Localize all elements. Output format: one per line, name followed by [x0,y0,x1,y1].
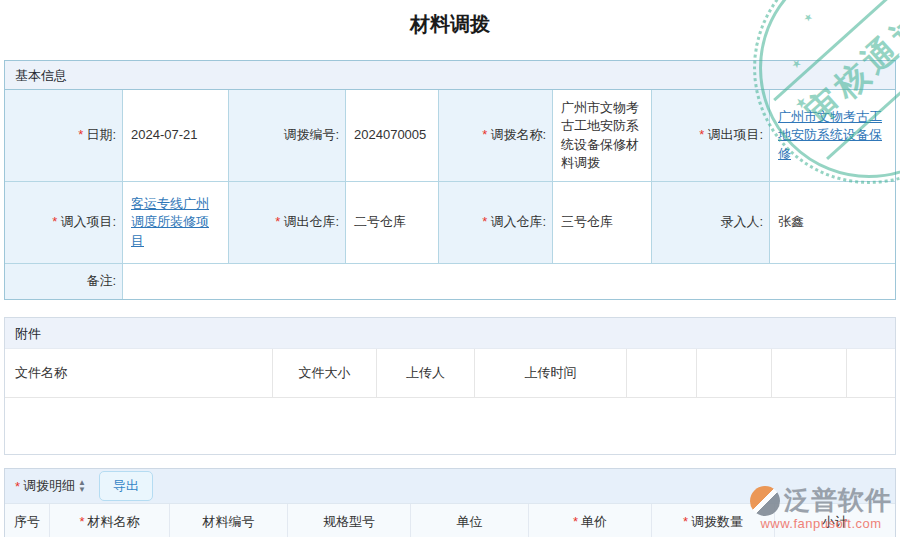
column-unit-price: * 单价 [529,504,652,537]
column-subtotal-text: 小计 [822,513,848,531]
required-asterisk: * [573,514,578,529]
basic-info-grid: * 日期: 2024-07-21 调拨编号: 2024070005 * 调拨名称… [5,90,895,299]
column-upload-time: 上传时间 [475,349,627,398]
date-value: 2024-07-21 [123,90,229,182]
transfer-no-label-text: 调拨编号: [283,126,339,144]
attachments-section: 附件 文件名称 文件大小 上传人 上传时间 [4,317,896,455]
transfer-detail-toolbar: * 调拨明细 ▲ ▼ 导出 [5,469,895,503]
in-project-value: 客运专线广州调度所装修项目 [123,182,229,264]
column-qty-text: 调拨数量 [691,513,743,531]
in-project-link[interactable]: 客运专线广州调度所装修项目 [131,195,220,250]
column-uploader: 上传人 [377,349,475,398]
column-empty [772,349,847,398]
in-project-label-text: 调入项目: [60,213,116,231]
in-warehouse-label-text: 调入仓库: [490,213,546,231]
column-seq: 序号 [5,504,50,537]
transfer-detail-table-header: 序号 * 材料名称 材料编号 规格型号 单位 * 单价 * 调拨数量 小计 [5,503,895,537]
transfer-detail-title: 调拨明细 [23,477,75,495]
entered-by-label-text: 录入人: [720,213,763,231]
transfer-no-value: 2024070005 [346,90,439,182]
column-empty [697,349,772,398]
in-project-label: * 调入项目: [5,182,123,264]
export-button[interactable]: 导出 [99,471,153,501]
column-subtotal: 小计 [775,504,895,537]
out-project-label-text: 调出项目: [707,126,763,144]
attachments-header: 附件 [5,318,895,349]
required-asterisk: * [79,514,84,529]
date-label-text: 日期: [86,126,116,144]
required-asterisk: * [78,126,83,144]
out-warehouse-label: * 调出仓库: [229,182,346,264]
column-empty [627,349,697,398]
transfer-name-label-text: 调拨名称: [490,126,546,144]
date-label: * 日期: [5,90,123,182]
column-qty: * 调拨数量 [652,504,775,537]
column-material-no-text: 材料编号 [203,513,255,531]
attachments-table-header: 文件名称 文件大小 上传人 上传时间 [5,349,895,398]
required-asterisk: * [15,479,20,494]
column-material-no: 材料编号 [170,504,288,537]
out-project-value: 广州市文物考古工地安防系统设备保修 [770,90,895,182]
page-title: 材料调拨 [0,11,900,38]
column-file-name: 文件名称 [5,349,273,398]
out-warehouse-value: 二号仓库 [346,182,439,264]
column-seq-text: 序号 [14,513,40,531]
column-material-name: * 材料名称 [50,504,170,537]
transfer-detail-section: * 调拨明细 ▲ ▼ 导出 序号 * 材料名称 材料编号 规格型号 单位 * 单… [4,468,896,537]
column-spec: 规格型号 [288,504,411,537]
caret-down-icon[interactable]: ▼ [78,486,86,493]
column-unit-text: 单位 [457,513,483,531]
out-project-link[interactable]: 广州市文物考古工地安防系统设备保修 [778,108,887,163]
out-warehouse-label-text: 调出仓库: [283,213,339,231]
attachments-empty-body [5,398,895,453]
column-spec-text: 规格型号 [323,513,375,531]
in-warehouse-value: 三号仓库 [553,182,652,264]
column-file-size: 文件大小 [273,349,377,398]
remark-label: 备注: [5,264,123,299]
basic-info-header: 基本信息 [5,61,895,90]
required-asterisk: * [482,213,487,231]
column-material-name-text: 材料名称 [88,513,140,531]
remark-value [123,264,895,299]
transfer-name-label: * 调拨名称: [439,90,553,182]
required-asterisk: * [52,213,57,231]
transfer-no-label: 调拨编号: [229,90,346,182]
column-unit-price-text: 单价 [581,513,607,531]
required-asterisk: * [482,126,487,144]
out-project-label: * 调出项目: [652,90,770,182]
entered-by-value: 张鑫 [770,182,895,264]
remark-label-text: 备注: [86,272,116,290]
required-asterisk: * [275,213,280,231]
sort-stepper[interactable]: ▲ ▼ [78,479,86,493]
required-asterisk: * [699,126,704,144]
column-empty [847,349,895,398]
in-warehouse-label: * 调入仓库: [439,182,553,264]
column-unit: 单位 [411,504,529,537]
entered-by-label: 录入人: [652,182,770,264]
transfer-name-value: 广州市文物考古工地安防系统设备保修材料调拨 [553,90,652,182]
basic-info-section: 基本信息 * 日期: 2024-07-21 调拨编号: 2024070005 *… [4,60,896,300]
required-asterisk: * [683,514,688,529]
